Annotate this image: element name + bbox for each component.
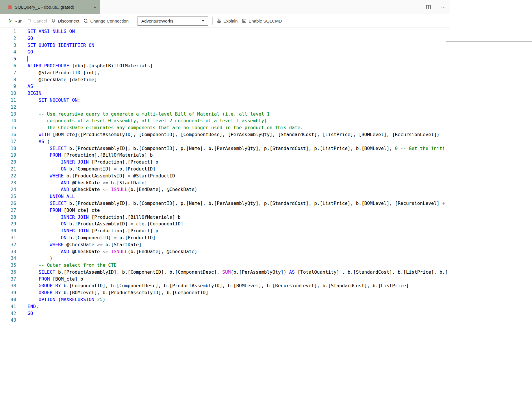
code-area[interactable]: 1SET ANSI_NULLS ON2GO3SET QUOTED_IDENTIF… (0, 28, 450, 324)
line-number[interactable]: 31 (0, 234, 16, 241)
code-token[interactable]: AND (61, 187, 69, 192)
code-token[interactable]: GROUP BY (39, 283, 61, 288)
code-token[interactable]: cte.[ComponentID] (133, 221, 183, 227)
code-token[interactable]: b.[ProductAssemblyID] (66, 221, 131, 227)
code-line[interactable]: 18 SELECT b.[ProductAssemblyID], b.[Comp… (0, 145, 450, 152)
more-actions-button[interactable] (439, 3, 447, 11)
line-number[interactable]: 24 (0, 186, 16, 193)
line-number[interactable]: 36 (0, 269, 16, 276)
code-token[interactable]: b.[ProductAssemblyID], b.[ComponentID], … (66, 146, 395, 151)
code-token[interactable]: [dbo].[uspGetBillOfMaterials] (69, 63, 153, 68)
code-token[interactable]: AS (27, 84, 33, 89)
line-number[interactable]: 22 (0, 173, 16, 179)
line-number[interactable]: 41 (0, 303, 16, 310)
code-token[interactable]: AS (289, 269, 295, 275)
code-token[interactable]: = (114, 166, 117, 172)
code-token[interactable]: [BOM_cte] b (50, 276, 83, 282)
line-content[interactable]: SET NOCOUNT ON; (16, 97, 450, 104)
line-content[interactable]: AND @CheckDate <= ISNULL(b.[EndDate], @C… (16, 186, 450, 193)
code-line[interactable]: 33 AND @CheckDate <= ISNULL(b.[EndDate],… (0, 248, 450, 255)
code-token[interactable]: [Production].[Product] p (89, 159, 158, 165)
line-content[interactable]: SELECT b.[ProductAssemblyID], b.[Compone… (16, 269, 450, 276)
code-token[interactable]: FROM (50, 207, 61, 213)
line-number[interactable]: 5 (0, 55, 16, 62)
code-token[interactable]: b.[ComponentID] (66, 235, 114, 240)
line-content[interactable]: ON b.[ComponentID] = p.[ProductID] (16, 166, 450, 173)
change-connection-button[interactable]: Change Connection (84, 18, 129, 23)
code-token[interactable]: <= (103, 249, 108, 254)
code-token[interactable]: UNION ALL (50, 194, 75, 199)
code-token[interactable] (108, 249, 111, 254)
code-line[interactable]: 28 INNER JOIN [Production].[BillOfMateri… (0, 214, 450, 221)
line-content[interactable]: WHERE b.[ProductAssemblyID] = @StartProd… (16, 173, 450, 179)
code-token[interactable]: -- Use recursive query to generate a mul… (27, 111, 270, 117)
code-line[interactable]: 11 SET NOCOUNT ON; (0, 97, 450, 104)
code-token[interactable]: SELECT (50, 146, 66, 151)
line-content[interactable]: -- Use recursive query to generate a mul… (16, 111, 450, 118)
line-number[interactable]: 13 (0, 111, 16, 118)
database-dropdown[interactable]: AdventureWorks (138, 16, 208, 26)
line-content[interactable]: GROUP BY b.[ComponentID], b.[ComponentDe… (16, 282, 450, 289)
code-token[interactable]: b.[ComponentID], b.[ComponentDesc], b.[P… (61, 283, 409, 288)
code-line[interactable]: 19 FROM [Production].[BillOfMaterials] b (0, 152, 450, 159)
line-number[interactable]: 2 (0, 35, 16, 42)
code-token[interactable]: p.[ProductID] (116, 235, 155, 240)
code-token[interactable] (27, 201, 50, 206)
line-number[interactable]: 37 (0, 276, 16, 283)
code-token[interactable]: 0 (395, 146, 398, 151)
line-content[interactable]: -- Outer select from the CTE (16, 262, 450, 269)
code-line[interactable]: 15 -- The CheckDate eliminates any compo… (0, 124, 450, 131)
code-token[interactable]: -- Outer select from the CTE (27, 262, 116, 268)
run-button[interactable]: Run (8, 18, 23, 23)
code-line[interactable]: 35 -- Outer select from the CTE (0, 262, 450, 269)
code-token[interactable] (108, 187, 111, 192)
line-content[interactable]: AS ( (16, 138, 450, 145)
line-number[interactable]: 26 (0, 200, 16, 207)
code-token[interactable]: (b.[EndDate], @CheckDate) (128, 249, 197, 254)
code-token[interactable]: >= (97, 242, 103, 247)
code-token[interactable]: SET NOCOUNT ON (39, 97, 78, 103)
code-line[interactable]: 41END; (0, 303, 450, 310)
code-token[interactable]: b.[ComponentID] (66, 166, 114, 172)
code-line[interactable]: 23 AND @CheckDate >= b.[StartDate] (0, 179, 450, 186)
code-line[interactable]: 7 @StartProductID [int], (0, 69, 450, 76)
code-token[interactable]: ON (61, 221, 66, 227)
line-number[interactable]: 23 (0, 179, 16, 186)
code-line[interactable]: 25 UNION ALL (0, 193, 450, 200)
code-line[interactable]: 16 WITH [BOM_cte]([ProductAssemblyID], [… (0, 131, 450, 138)
line-content[interactable]: BEGIN (16, 90, 450, 97)
code-line[interactable]: 39 ORDER BY b.[BOMLevel], b.[ProductAsse… (0, 289, 450, 296)
code-token[interactable]: b.[StartDate] (103, 242, 142, 247)
code-token[interactable]: FROM (50, 152, 61, 158)
code-token[interactable] (27, 159, 61, 165)
code-token[interactable] (27, 152, 50, 158)
code-token[interactable] (27, 180, 61, 186)
code-token[interactable] (27, 269, 39, 275)
line-number[interactable]: 1 (0, 28, 16, 35)
line-content[interactable]: AND @CheckDate >= b.[StartDate] (16, 179, 450, 186)
code-token[interactable] (27, 228, 61, 233)
code-token[interactable] (27, 283, 39, 288)
code-token[interactable] (27, 173, 50, 179)
code-token[interactable] (27, 297, 39, 302)
code-token[interactable] (27, 146, 50, 151)
code-line[interactable]: 31 ON b.[ComponentID] = p.[ProductID] (0, 234, 450, 241)
code-token[interactable]: AND (61, 180, 69, 186)
line-number[interactable]: 19 (0, 152, 16, 159)
code-token[interactable]: @StartProductID [int], (27, 70, 100, 75)
code-token[interactable]: SELECT (50, 201, 66, 206)
line-number[interactable]: 6 (0, 62, 16, 69)
code-token[interactable] (27, 132, 39, 137)
code-token[interactable]: BEGIN (27, 90, 41, 96)
line-number[interactable]: 3 (0, 42, 16, 49)
code-token[interactable]: @CheckDate (69, 180, 103, 186)
line-content[interactable]: INNER JOIN [Production].[Product] p (16, 227, 450, 234)
code-line[interactable]: 2GO (0, 35, 450, 42)
line-number[interactable]: 14 (0, 117, 16, 124)
code-token[interactable]: (b.[EndDate], @CheckDate) (128, 187, 197, 192)
code-token[interactable] (27, 290, 39, 295)
code-token[interactable]: FROM (39, 276, 50, 282)
code-line[interactable]: 17 AS ( (0, 138, 450, 145)
line-number[interactable]: 32 (0, 241, 16, 248)
code-token[interactable]: >= (103, 180, 108, 186)
